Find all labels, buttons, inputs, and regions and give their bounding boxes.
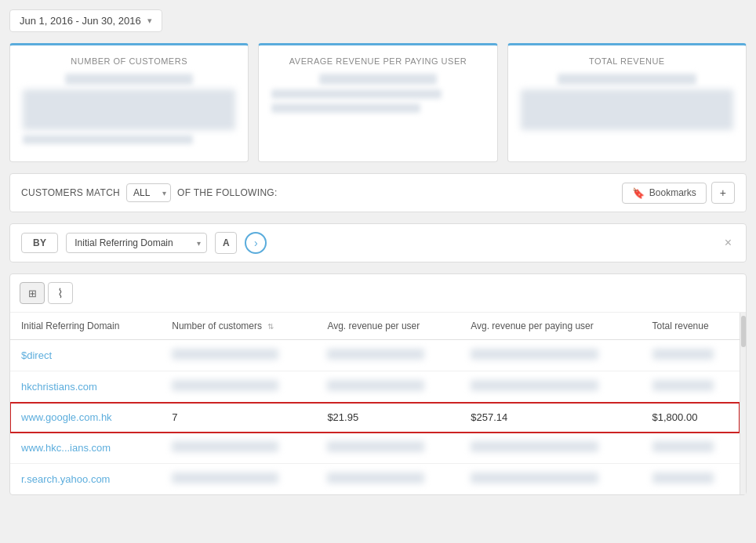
col-num-customers-label: Number of customers [172, 320, 262, 331]
cell-domain: www.google.com.hk [10, 403, 161, 433]
bookmarks-button[interactable]: 🔖 Bookmarks [622, 183, 707, 204]
scrollbar[interactable] [740, 313, 746, 494]
close-groupby-button[interactable]: × [721, 236, 735, 250]
col-total-revenue-label: Total revenue [652, 320, 709, 331]
table-body: $directhkchristians.comwww.google.com.hk… [10, 340, 740, 495]
cell-num-customers: 7 [161, 403, 316, 433]
cell-avg-revenue-user: $21.95 [316, 403, 460, 433]
blurred-cell-value [471, 472, 598, 483]
blurred-cell-value [172, 441, 278, 452]
domain-link[interactable]: hkchristians.com [21, 381, 97, 393]
blurred-cell-value [652, 380, 714, 391]
table-scroll: Initial Referring Domain Number of custo… [10, 313, 740, 494]
date-range-picker[interactable]: Jun 1, 2016 - Jun 30, 2016 ▾ [9, 9, 162, 32]
card-blurred-bottom-1 [23, 135, 193, 144]
domain-link[interactable]: www.google.com.hk [21, 411, 112, 423]
table-row: www.google.com.hk7$21.95$257.14$1,800.00 [10, 403, 740, 433]
add-filter-button[interactable]: + [711, 182, 735, 204]
card-avg-revenue-title: AVERAGE REVENUE PER PAYING USER [271, 56, 484, 66]
cell-total-revenue [642, 340, 740, 371]
table-row: www.hkc...ians.com [10, 433, 740, 464]
view-tabs: ⊞ ⌇ [10, 274, 746, 313]
go-button[interactable]: › [245, 232, 267, 254]
cell-avg-revenue-paying [460, 371, 641, 403]
table-row: $direct [10, 340, 740, 371]
col-domain-label: Initial Referring Domain [21, 320, 119, 331]
tab-chart[interactable]: ⌇ [48, 282, 73, 304]
table-row: hkchristians.com [10, 371, 740, 403]
cell-num-customers [161, 433, 316, 464]
card-blurred-sm-2 [271, 89, 442, 99]
cell-domain: hkchristians.com [10, 371, 161, 403]
cell-domain: $direct [10, 340, 161, 371]
sort-arrows-icon: ⇅ [267, 322, 274, 331]
card-blurred-sm-2b [271, 103, 420, 113]
card-blurred-bar-2 [319, 74, 436, 85]
tab-grid[interactable]: ⊞ [20, 282, 45, 304]
date-range-label: Jun 1, 2016 - Jun 30, 2016 [20, 15, 141, 27]
of-following-label: OF THE FOLLOWING: [177, 187, 278, 198]
cell-total-revenue: $1,800.00 [642, 403, 740, 433]
cell-total-revenue [642, 464, 740, 495]
col-avg-revenue-user: Avg. revenue per user [316, 313, 460, 340]
cell-total-revenue [642, 433, 740, 464]
customers-match-label: CUSTOMERS MATCH [21, 187, 120, 198]
blurred-cell-value [471, 380, 598, 391]
summary-cards: NUMBER OF CUSTOMERS AVERAGE REVENUE PER … [9, 43, 747, 162]
by-label: BY [21, 233, 58, 253]
card-total-revenue-title: TOTAL REVENUE [521, 56, 733, 66]
col-avg-revenue-paying: Avg. revenue per paying user [460, 313, 641, 340]
blurred-cell-value [327, 349, 424, 360]
card-total-revenue: TOTAL REVENUE [507, 43, 747, 162]
cell-avg-revenue-paying: $257.14 [460, 403, 641, 433]
chevron-down-icon: ▾ [147, 16, 152, 26]
cell-avg-revenue-paying [460, 340, 641, 371]
table-header: Initial Referring Domain Number of custo… [10, 313, 740, 340]
blurred-cell-value [172, 380, 278, 391]
sort-button[interactable]: A [215, 232, 237, 254]
blurred-cell-value [471, 349, 598, 360]
scrollbar-thumb [741, 316, 746, 347]
filter-bar: CUSTOMERS MATCH ALL ANY OF THE FOLLOWING… [9, 173, 747, 212]
blurred-cell-value [327, 441, 424, 452]
card-blurred-block-1 [23, 89, 235, 130]
cell-num-customers [161, 464, 316, 495]
card-blurred-bar-3 [558, 74, 696, 85]
blurred-cell-value [172, 349, 278, 360]
groupby-select[interactable]: Initial Referring Domain [66, 233, 207, 253]
groupby-select-wrap[interactable]: Initial Referring Domain [66, 233, 207, 253]
cell-avg-revenue-paying [460, 433, 641, 464]
cell-avg-revenue-paying [460, 464, 641, 495]
col-total-revenue: Total revenue [642, 313, 740, 340]
card-blurred-bar-1 [65, 74, 193, 85]
cell-avg-revenue-user [316, 340, 460, 371]
cell-avg-revenue-user [316, 433, 460, 464]
blurred-cell-value [327, 472, 424, 483]
blurred-cell-value [172, 472, 278, 483]
blurred-cell-value [327, 380, 424, 391]
blurred-cell-value [652, 441, 714, 452]
domain-link[interactable]: www.hkc...ians.com [21, 442, 111, 454]
col-num-customers[interactable]: Number of customers ⇅ [161, 313, 316, 340]
page-wrapper: Jun 1, 2016 - Jun 30, 2016 ▾ NUMBER OF C… [0, 0, 756, 543]
blurred-cell-value [652, 349, 714, 360]
col-avg-revenue-user-label: Avg. revenue per user [327, 320, 420, 331]
cell-avg-revenue-user [316, 464, 460, 495]
card-avg-revenue: AVERAGE REVENUE PER PAYING USER [258, 43, 497, 162]
match-select[interactable]: ALL ANY [126, 183, 171, 202]
table-container: Initial Referring Domain Number of custo… [10, 313, 746, 494]
table-row: r.search.yahoo.com [10, 464, 740, 495]
col-avg-revenue-paying-label: Avg. revenue per paying user [471, 320, 594, 331]
chart-icon: ⌇ [57, 286, 64, 301]
match-select-wrap[interactable]: ALL ANY [126, 183, 171, 202]
cell-num-customers [161, 371, 316, 403]
domain-link[interactable]: $direct [21, 349, 52, 361]
domain-link[interactable]: r.search.yahoo.com [21, 473, 110, 485]
bookmarks-label: Bookmarks [649, 187, 696, 198]
bookmark-icon: 🔖 [632, 187, 645, 199]
cell-total-revenue [642, 371, 740, 403]
blurred-cell-value [652, 472, 714, 483]
grid-icon: ⊞ [28, 288, 37, 299]
card-num-customers-title: NUMBER OF CUSTOMERS [23, 56, 235, 66]
cell-domain: www.hkc...ians.com [10, 433, 161, 464]
